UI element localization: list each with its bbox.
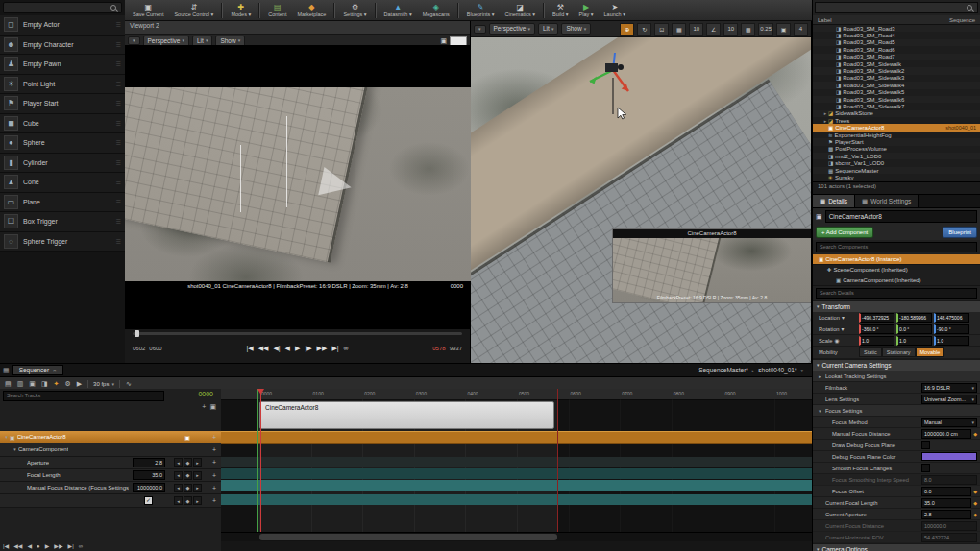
place-actor-empty-character[interactable]: ☻Empty Character☰	[0, 36, 125, 56]
number-field-manual-focus-distance[interactable]: 1000000.0 cm	[921, 429, 971, 439]
column-label[interactable]: Label	[818, 17, 832, 23]
sequencer-timeline[interactable]: 0000010002000300040005000600070008000900…	[221, 389, 812, 551]
key-add-icon[interactable]: ◆	[184, 496, 192, 505]
number-field-focus-offset[interactable]: 0.0	[921, 487, 971, 496]
place-actor-sphere[interactable]: ●Sphere☰	[0, 133, 125, 154]
axis-x-field[interactable]: 1.0	[859, 336, 894, 346]
viewport2-title[interactable]: Viewport 2	[125, 21, 470, 35]
place-actor-cube[interactable]: ◼Cube☰	[0, 114, 125, 134]
keyframe-icon[interactable]: ◆	[973, 431, 977, 437]
add-section-icon[interactable]: +	[212, 446, 216, 453]
focus-distance-track-bar[interactable]	[221, 480, 812, 491]
outliner-row-road03-sm-road6[interactable]: ◨Road03_SM_Road6	[813, 46, 980, 53]
close-icon[interactable]: ×	[53, 368, 57, 373]
seq-transport-item[interactable]: ▶	[45, 542, 50, 549]
outliner-row-road03-sm-road5[interactable]: ◨Road03_SM_Road5	[813, 39, 980, 46]
key-next-icon[interactable]: ▸	[193, 471, 202, 480]
perspective-button[interactable]: Perspective▾	[489, 23, 535, 35]
add-section-icon[interactable]: +	[212, 472, 216, 479]
number-field-current-horizontal-fov[interactable]: 54.432224	[921, 533, 977, 542]
place-actor-cylinder[interactable]: ▮Cylinder☰	[0, 154, 125, 174]
show-button[interactable]: Show▾	[561, 23, 591, 35]
focal-length-track-bar[interactable]	[221, 468, 812, 479]
seq-transport-item[interactable]: ∞	[79, 543, 83, 549]
playback-slider-knob[interactable]	[135, 330, 139, 337]
track-value-field[interactable]: 2.8	[133, 458, 165, 467]
toolbar-button-settings[interactable]: ⚙Settings ▾	[338, 0, 371, 20]
toolbar-button-build[interactable]: ⚒Build ▾	[548, 0, 574, 20]
axis-y-field[interactable]: -180.589966	[896, 313, 932, 323]
blueprint-button[interactable]: Blueprint	[943, 227, 977, 238]
place-actor-sphere-trigger[interactable]: ◌Sphere Trigger☰	[0, 232, 125, 252]
playback-start-marker[interactable]	[257, 389, 258, 532]
key-add-icon[interactable]: ◆	[184, 471, 192, 480]
place-actor-point-light[interactable]: ☀Point Light☰	[0, 75, 125, 95]
fps-dropdown[interactable]: 30 fps▾	[87, 380, 120, 388]
add-track-icon[interactable]: +	[202, 403, 206, 410]
seq-transport-item[interactable]: ●	[37, 543, 40, 549]
outliner-row-road03-sm-road7[interactable]: ◨Road03_SM_Road7	[813, 54, 980, 60]
add-section-icon[interactable]: +	[212, 434, 216, 441]
render-movie-icon[interactable]: ◨	[41, 380, 48, 388]
outliner-row-postprocessvolume[interactable]: ▩PostProcessVolume	[813, 146, 980, 153]
toolbar-button-marketplace[interactable]: ◆Marketplace	[292, 0, 331, 20]
track-focal-length[interactable]: Focal Length35.0◂◆▸+	[0, 469, 221, 482]
actor-name-field[interactable]: CineCameraActor8	[825, 210, 977, 223]
mobility-stationary[interactable]: Stationary	[882, 347, 916, 357]
seq-transport-item[interactable]: ▶|	[68, 542, 74, 549]
outliner-row-road03-sm-sidewalk4[interactable]: ◨Road03_SM_Sidewalk4	[813, 82, 980, 88]
current-time-display[interactable]: 0000	[198, 391, 213, 397]
tab-world-settings[interactable]: ▦World Settings	[855, 195, 919, 207]
add-section-icon[interactable]: +	[212, 459, 216, 466]
checkbox-draw-debug-focus-plane[interactable]	[921, 441, 930, 449]
key-prev-icon[interactable]: ◂	[174, 496, 183, 505]
transport-item[interactable]: ▶|	[331, 345, 338, 352]
scale-snap-icon[interactable]: ▩	[741, 23, 755, 36]
create-camera-icon[interactable]: ▣	[29, 380, 36, 388]
camera-cut-section[interactable]: CineCameraActor8	[259, 401, 554, 429]
place-actor-box-trigger[interactable]: ☐Box Trigger☰	[0, 212, 125, 232]
add-component-button[interactable]: + Add Component	[816, 227, 873, 238]
angle-snap-icon[interactable]: ∠	[706, 23, 721, 36]
toolbar-button-launch[interactable]: ➤Launch ▾	[600, 0, 630, 20]
number-field-focus-smoothing-interp-speed[interactable]: 8.0	[921, 475, 977, 485]
transport-item[interactable]: ▶	[295, 345, 300, 352]
actions-icon[interactable]: ⚙	[64, 380, 70, 388]
seq-transport-item[interactable]: ◀◀	[13, 542, 22, 549]
scrollbar-thumb[interactable]	[259, 534, 557, 540]
transform-tool-icon[interactable]: ⊕	[620, 23, 634, 36]
playback-end-marker[interactable]	[557, 389, 558, 532]
angle-snap-value[interactable]: 10	[723, 23, 738, 36]
camera-gizmo[interactable]	[578, 43, 649, 124]
axis-x-field[interactable]: -360.0 °	[859, 324, 894, 334]
outliner-row-road03-sm-sidewalk6[interactable]: ◨Road03_SM_Sidewalk6	[813, 96, 980, 103]
outliner-row-sidewalkstone[interactable]: ▸◪SidewalkStone	[813, 110, 980, 117]
toolbar-button-datasmith[interactable]: ▲Datasmith ▾	[380, 0, 417, 20]
outliner-row-sunsky[interactable]: ☀Sunsky	[813, 174, 980, 180]
dropdown-filmback[interactable]: 16:9 DSLR▾	[921, 383, 977, 393]
viewport-options-button[interactable]: ▾	[128, 36, 140, 45]
place-actor-empty-pawn[interactable]: ♟Empty Pawn☰	[0, 55, 125, 75]
add-section-icon[interactable]: +	[212, 485, 216, 491]
camera-track-bar[interactable]	[221, 431, 812, 444]
outliner-row-road03-sm-road4[interactable]: ◨Road03_SM_Road4	[813, 32, 980, 38]
axis-z-field[interactable]: -90.0 °	[934, 324, 969, 334]
axis-z-field[interactable]: 1.0	[934, 336, 969, 346]
outliner-row-sbcmr-var1-lod0[interactable]: ◨sbcmr_Var1_LOD0	[813, 159, 980, 166]
transport-item[interactable]: ◀◀	[258, 345, 269, 352]
axis-y-field[interactable]: 1.0	[896, 336, 932, 346]
camera-speed-value[interactable]: 4	[794, 23, 808, 36]
key-prev-icon[interactable]: ◂	[174, 484, 183, 492]
camera-speed-icon[interactable]: ▣	[776, 23, 791, 36]
tab-details[interactable]: ▦Details	[813, 195, 855, 207]
camera-icon[interactable]: ▣	[440, 37, 447, 44]
key-prev-icon[interactable]: ◂	[174, 458, 183, 467]
toolbar-button-modes[interactable]: ✚Modes ▾	[226, 0, 256, 20]
place-actor-plane[interactable]: ▭Plane☰	[0, 193, 125, 213]
keyframe-icon[interactable]: ◆	[973, 489, 977, 494]
transport-item[interactable]: |◀	[246, 345, 253, 352]
grid-snap-value[interactable]: 10	[689, 23, 703, 36]
place-actor-empty-actor[interactable]: ◻Empty Actor☰	[0, 15, 125, 36]
color-swatch-debug-focus-plane-color[interactable]	[921, 452, 977, 461]
place-actor-player-start[interactable]: ⚑Player Start☰	[0, 94, 125, 114]
